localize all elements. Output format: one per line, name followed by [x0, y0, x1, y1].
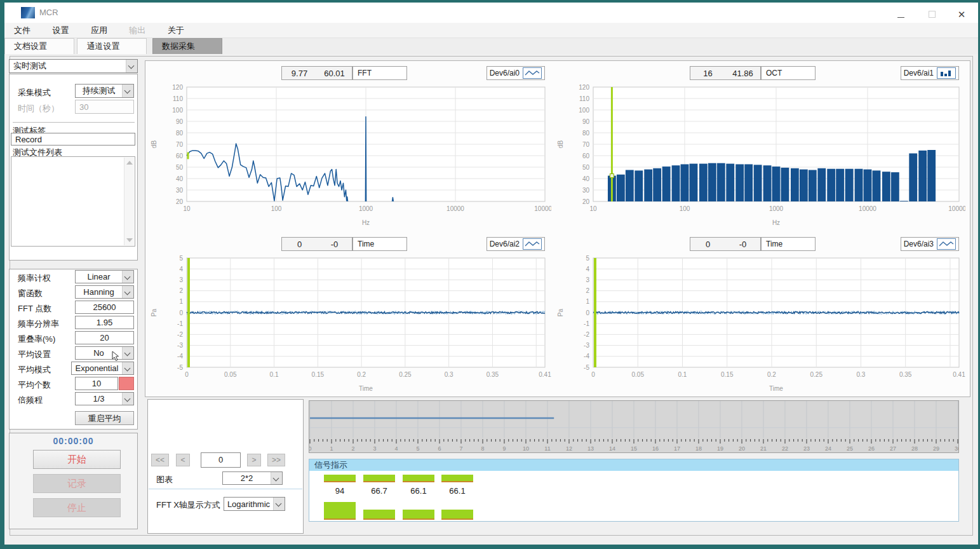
chevron-down-icon: [122, 347, 133, 359]
average-mode-select[interactable]: Exponential: [71, 362, 134, 375]
test-mode-select[interactable]: 实时测试: [9, 59, 138, 73]
time-ai2-type-box[interactable]: Time: [352, 237, 407, 251]
time-ai2-cursor-readout: 0 -0: [281, 237, 352, 251]
fft-axis-mode-value: Logarithmic: [224, 499, 273, 509]
svg-text:40: 40: [176, 175, 184, 182]
tab-document-settings[interactable]: 文档设置: [4, 38, 74, 54]
overlap-input[interactable]: [75, 331, 134, 344]
time-ai3-channel-select[interactable]: Dev6/ai3: [901, 237, 959, 251]
menu-file[interactable]: 文件: [4, 23, 40, 37]
svg-text:60: 60: [582, 152, 590, 159]
signal-channel-3: 66.1: [403, 471, 434, 522]
chart-layout-select[interactable]: 2*2: [222, 471, 283, 485]
signal-level-value: 94: [324, 486, 356, 496]
chevron-down-icon: [122, 362, 133, 374]
svg-text:20: 20: [739, 445, 745, 452]
maximize-button[interactable]: [917, 5, 946, 24]
prev-page-button[interactable]: <: [176, 454, 190, 466]
window-function-select[interactable]: Hanning: [75, 285, 134, 299]
svg-text:4: 4: [586, 266, 589, 273]
time-ai3-type-box[interactable]: Time: [761, 237, 816, 251]
test-file-listbox[interactable]: [11, 156, 135, 247]
next-page-button[interactable]: >: [247, 454, 261, 466]
svg-text:10: 10: [589, 205, 597, 212]
time-ai2-chart-panel: 0 -0 Time Dev6/ai2 -5-4-3-2-101234500.05…: [147, 236, 551, 394]
svg-text:0: 0: [179, 309, 183, 316]
svg-text:0: 0: [586, 309, 589, 316]
freq-weighting-select[interactable]: Linear: [75, 270, 134, 283]
time-seconds-input: [75, 100, 134, 114]
oct-plot[interactable]: 2030405060708090100110120101001000100001…: [554, 82, 965, 228]
time-ai2-chart-header: 0 -0 Time Dev6/ai2: [147, 236, 551, 253]
fft-type-box[interactable]: FFT: [352, 66, 407, 80]
svg-text:13: 13: [587, 445, 594, 452]
chevron-down-icon: [271, 472, 282, 484]
svg-text:Time: Time: [359, 385, 373, 392]
svg-text:10000: 10000: [859, 205, 876, 212]
oct-cursor-readout: 16 41.86: [690, 66, 761, 80]
time-ai3-plot[interactable]: -5-4-3-2-101234500.050.10.150.20.250.30.…: [554, 253, 965, 394]
svg-text:-4: -4: [177, 353, 183, 360]
svg-text:14: 14: [609, 445, 615, 452]
svg-text:15: 15: [631, 445, 637, 452]
last-page-button[interactable]: >>: [267, 454, 285, 466]
svg-text:0.15: 0.15: [312, 371, 325, 378]
fft-axis-mode-select[interactable]: Logarithmic: [224, 497, 285, 511]
svg-text:80: 80: [582, 130, 590, 137]
acquisition-mode-select[interactable]: 持续测试: [75, 84, 134, 98]
record-timeline-plot: 0123456789101112131415161718192021222324…: [309, 401, 958, 452]
minimize-button[interactable]: [886, 5, 915, 24]
oct-channel-select[interactable]: Dev6/ai1: [901, 66, 959, 80]
time-ai2-channel-select[interactable]: Dev6/ai2: [487, 237, 545, 251]
acquisition-mode-value: 持续测试: [76, 85, 122, 97]
panel-divider: [149, 489, 302, 489]
svg-text:20: 20: [176, 198, 184, 205]
octave-select[interactable]: 1/3: [75, 392, 134, 405]
average-setting-select[interactable]: No: [75, 346, 134, 360]
record-timeline-panel[interactable]: 0123456789101112131415161718192021222324…: [309, 400, 959, 453]
fft-plot[interactable]: 2030405060708090100110120101001000100001…: [147, 82, 551, 228]
tab-bar: 文档设置 通道设置 数据采集: [4, 38, 978, 54]
svg-text:30: 30: [176, 187, 184, 194]
time-ai3-channel-label: Dev6/ai3: [904, 240, 934, 248]
fft-points-input[interactable]: [75, 301, 134, 314]
signal-bar-icon: [363, 475, 395, 482]
fft-channel-select[interactable]: Dev6/ai0: [487, 66, 545, 80]
record-tag-input[interactable]: [11, 133, 135, 146]
close-button[interactable]: ✕: [947, 5, 976, 24]
svg-text:21: 21: [760, 445, 767, 452]
average-mode-label: 平均模式: [18, 364, 51, 376]
menu-settings[interactable]: 设置: [43, 23, 78, 37]
maximize-icon: [929, 11, 936, 18]
first-page-button[interactable]: <<: [151, 454, 169, 466]
fft-chart-panel: 9.77 60.01 FFT Dev6/ai0 2030405060708090…: [147, 65, 551, 228]
svg-text:0.2: 0.2: [357, 371, 366, 378]
menu-about[interactable]: 关于: [158, 23, 194, 37]
oct-type-box[interactable]: OCT: [761, 66, 816, 80]
svg-text:10: 10: [523, 445, 529, 452]
menu-application[interactable]: 应用: [81, 23, 117, 37]
svg-text:0.3: 0.3: [857, 371, 866, 378]
svg-text:-3: -3: [584, 342, 589, 349]
fft-cursor-y: 60.01: [317, 69, 352, 78]
tab-data-acquisition[interactable]: 数据采集: [152, 38, 222, 54]
test-mode-value: 实时测试: [10, 60, 126, 72]
restart-average-button[interactable]: 重启平均: [75, 411, 134, 425]
freq-resolution-input[interactable]: [75, 316, 134, 329]
start-button[interactable]: 开始: [33, 450, 121, 469]
average-count-input[interactable]: [75, 377, 118, 390]
time-ai2-plot[interactable]: -5-4-3-2-101234500.050.10.150.20.250.30.…: [147, 253, 551, 394]
svg-text:0.41: 0.41: [953, 371, 965, 378]
listbox-scrollbar[interactable]: [124, 158, 134, 245]
signal-bar-icon: [324, 475, 356, 482]
page-index-field[interactable]: 0: [201, 452, 241, 468]
scroll-down-icon: [126, 238, 133, 242]
chart-layout-label: 图表: [156, 474, 173, 485]
svg-text:6: 6: [438, 445, 441, 452]
average-count-label: 平均个数: [18, 379, 51, 391]
svg-text:0: 0: [185, 371, 189, 378]
tab-channel-settings[interactable]: 通道设置: [77, 38, 147, 54]
window-function-value: Hanning: [76, 287, 122, 297]
svg-text:-1: -1: [177, 320, 183, 327]
chevron-down-icon: [122, 85, 133, 97]
